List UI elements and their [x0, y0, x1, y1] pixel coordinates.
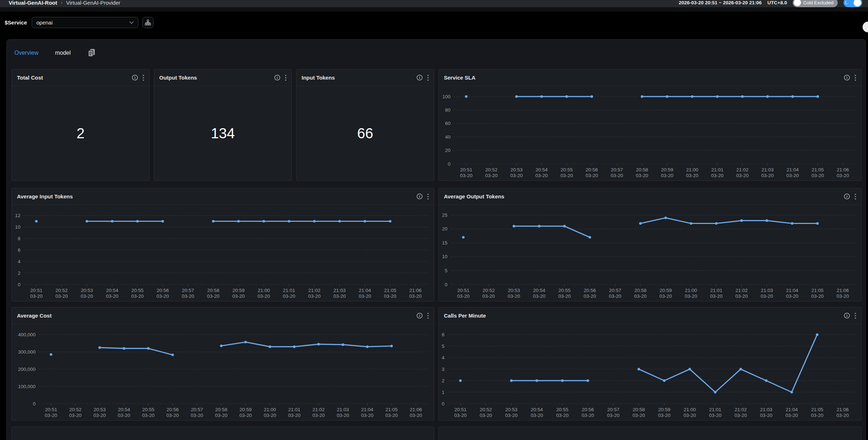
svg-text:03-20: 03-20 — [836, 413, 849, 418]
svg-text:03-20: 03-20 — [533, 293, 546, 299]
svg-text:21:06: 21:06 — [837, 288, 849, 293]
svg-text:21:00: 21:00 — [685, 288, 697, 293]
copy-dashboard-icon[interactable] — [87, 48, 96, 58]
panel-next-row-right — [439, 427, 862, 440]
service-select-value: openai — [36, 19, 53, 26]
svg-text:20:54: 20:54 — [118, 407, 130, 412]
breadcrumb-root[interactable]: Virtual-GenAI-Root — [9, 0, 57, 6]
svg-text:03-20: 03-20 — [558, 293, 571, 299]
svg-text:21:02: 21:02 — [312, 407, 325, 412]
svg-text:0: 0 — [448, 161, 451, 167]
time-range-display[interactable]: 2026-03-20 20:51 ~ 2026-03-20 21:06 — [679, 0, 762, 5]
svg-text:03-20: 03-20 — [308, 293, 321, 299]
info-icon[interactable] — [844, 193, 850, 199]
svg-text:21:05: 21:05 — [384, 288, 396, 293]
svg-text:21:01: 21:01 — [710, 288, 722, 293]
kebab-menu-icon[interactable] — [855, 313, 856, 319]
svg-text:21:03: 21:03 — [760, 407, 773, 412]
svg-text:6: 6 — [442, 332, 445, 337]
svg-text:20:57: 20:57 — [609, 288, 621, 293]
topology-tree-button[interactable] — [142, 17, 153, 28]
svg-text:21:06: 21:06 — [837, 407, 849, 412]
svg-text:20:57: 20:57 — [182, 288, 194, 293]
info-icon[interactable] — [417, 75, 423, 81]
svg-text:8: 8 — [18, 236, 21, 241]
svg-text:20:54: 20:54 — [535, 167, 548, 172]
svg-text:03-20: 03-20 — [333, 293, 346, 299]
svg-text:2: 2 — [442, 378, 445, 383]
svg-text:21:02: 21:02 — [735, 288, 748, 293]
timezone-label[interactable]: UTC+8.0 — [767, 0, 787, 5]
svg-text:20:52: 20:52 — [482, 288, 495, 293]
svg-text:03-20: 03-20 — [55, 293, 68, 299]
svg-text:20:56: 20:56 — [586, 167, 598, 172]
svg-text:0: 0 — [445, 282, 448, 287]
svg-text:60: 60 — [445, 121, 450, 126]
average-input-tokens-chart[interactable]: 02468101220:5103-2020:5203-2020:5303-202… — [12, 205, 434, 301]
svg-text:03-20: 03-20 — [658, 413, 671, 418]
info-icon[interactable] — [417, 313, 423, 319]
svg-text:21:01: 21:01 — [283, 288, 295, 293]
kebab-menu-icon[interactable] — [855, 193, 856, 200]
panel-average-output-tokens: Average Output Tokens 051015202520:5103-… — [439, 188, 862, 301]
info-icon[interactable] — [844, 313, 850, 319]
svg-text:0: 0 — [33, 401, 36, 407]
calls-per-minute-chart[interactable]: 012345620:5103-2020:5203-2020:5303-2020:… — [439, 324, 861, 420]
svg-text:20:59: 20:59 — [240, 407, 252, 412]
panel-title: Average Input Tokens — [17, 193, 73, 199]
kebab-menu-icon[interactable] — [427, 313, 429, 319]
info-icon[interactable] — [274, 75, 280, 81]
breadcrumb-current[interactable]: Virtual-GenAI-Provider — [66, 0, 120, 6]
tab-model[interactable]: model — [55, 50, 71, 56]
svg-text:03-20: 03-20 — [811, 173, 824, 178]
panel-title: Total Cost — [17, 75, 43, 81]
svg-text:20:53: 20:53 — [505, 407, 517, 412]
service-select[interactable]: openai — [32, 17, 138, 28]
svg-text:03-20: 03-20 — [312, 413, 325, 418]
svg-text:20:58: 20:58 — [633, 407, 645, 412]
svg-text:20: 20 — [442, 226, 448, 232]
info-icon[interactable] — [417, 193, 423, 199]
svg-text:20:57: 20:57 — [191, 407, 203, 412]
svg-text:20:58: 20:58 — [215, 407, 227, 412]
panel-next-row-left — [12, 427, 434, 440]
svg-text:03-20: 03-20 — [156, 293, 169, 299]
svg-text:21:01: 21:01 — [709, 407, 721, 412]
floating-action-button[interactable] — [863, 22, 868, 32]
svg-text:03-20: 03-20 — [633, 413, 645, 418]
info-icon[interactable] — [844, 75, 850, 81]
svg-text:21:02: 21:02 — [735, 407, 747, 412]
cold-excluded-toggle[interactable]: Cold Excluded — [793, 0, 838, 7]
panel-title: Average Cost — [17, 313, 52, 319]
svg-text:21:03: 21:03 — [334, 288, 346, 293]
svg-text:21:03: 21:03 — [337, 407, 349, 412]
svg-text:20:55: 20:55 — [561, 167, 573, 172]
svg-text:20:57: 20:57 — [607, 407, 619, 412]
kebab-menu-icon[interactable] — [427, 193, 429, 200]
svg-text:20:51: 20:51 — [30, 288, 43, 293]
svg-text:21:04: 21:04 — [786, 288, 798, 293]
tab-overview[interactable]: Overview — [14, 50, 39, 56]
svg-text:03-20: 03-20 — [239, 413, 252, 418]
dark-mode-toggle[interactable]: ☾ — [843, 0, 862, 7]
svg-text:03-20: 03-20 — [337, 413, 349, 418]
kebab-menu-icon[interactable] — [427, 75, 429, 81]
svg-text:21:04: 21:04 — [359, 288, 371, 293]
average-cost-chart[interactable]: 0100,000200,000300,000400,00020:5103-202… — [12, 324, 434, 420]
svg-text:03-20: 03-20 — [711, 173, 724, 178]
info-icon[interactable] — [132, 75, 138, 81]
svg-text:21:06: 21:06 — [410, 407, 422, 412]
svg-text:15: 15 — [442, 240, 448, 246]
svg-text:03-20: 03-20 — [359, 293, 371, 299]
service-sla-chart[interactable]: 02040608010020:5103-2020:5203-2020:5303-… — [439, 86, 861, 180]
svg-text:21:06: 21:06 — [837, 167, 849, 172]
average-output-tokens-chart[interactable]: 051015202520:5103-2020:5203-2020:5303-20… — [439, 205, 861, 301]
svg-text:03-20: 03-20 — [582, 413, 594, 418]
svg-text:400,000: 400,000 — [18, 332, 36, 337]
kebab-menu-icon[interactable] — [285, 75, 286, 81]
kebab-menu-icon[interactable] — [855, 75, 856, 81]
panel-calls-per-minute: Calls Per Minute 012345620:5103-2020:520… — [439, 307, 862, 421]
svg-text:20:55: 20:55 — [556, 407, 569, 412]
kebab-menu-icon[interactable] — [143, 75, 144, 81]
svg-text:03-20: 03-20 — [760, 413, 773, 418]
